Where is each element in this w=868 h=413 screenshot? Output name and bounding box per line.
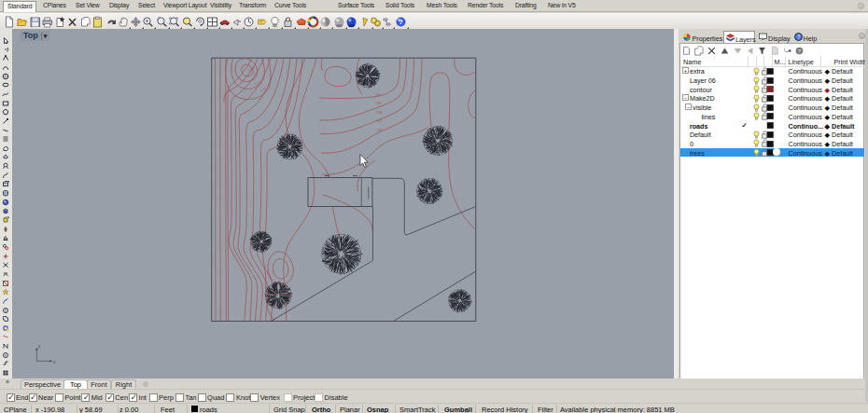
- svg-text:138: 138: [376, 102, 382, 105]
- svg-text:132: 132: [377, 129, 383, 132]
- svg-text:134: 134: [377, 119, 383, 123]
- svg-text:172: 172: [255, 81, 261, 87]
- svg-text:136: 136: [376, 111, 382, 115]
- svg-text:y: y: [38, 343, 41, 349]
- svg-text:140: 140: [375, 93, 381, 97]
- svg-text:?: ?: [399, 18, 403, 26]
- svg-text:x: x: [53, 359, 56, 365]
- svg-text:?: ?: [796, 34, 800, 40]
